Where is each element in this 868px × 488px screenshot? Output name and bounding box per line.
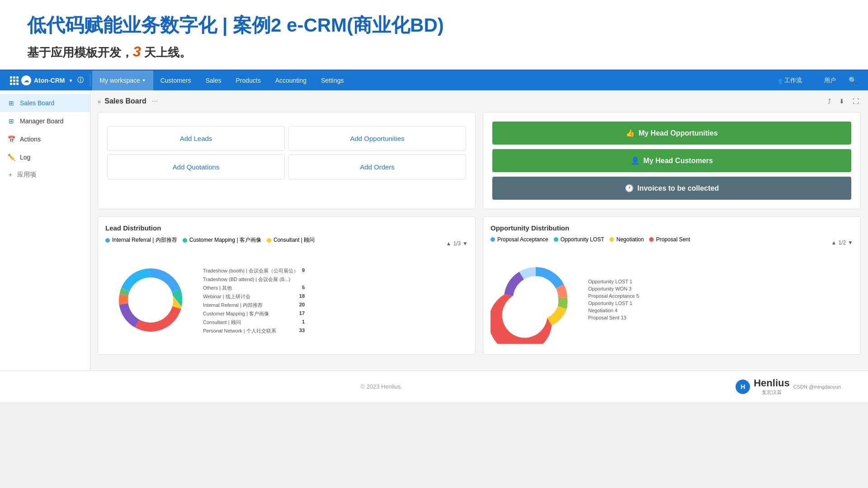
sub-title: 基于应用模板开发，3 天上线。 — [27, 43, 841, 61]
opp-legend: Proposal Acceptance Opportunity LOST Neg… — [491, 236, 690, 243]
left-panel: Add Leads Add Opportunities Add Quotatio… — [98, 112, 476, 209]
navbar-brand[interactable]: ☁ Aton-CRM ▼ ⓘ — [5, 70, 88, 90]
opp-label-proposal-sent: Proposal Sent 13 — [588, 315, 639, 320]
svg-point-0 — [132, 282, 169, 318]
opp-label-proposal-acceptance: Proposal Acceptance 5 — [588, 293, 639, 299]
sidebar-item-actions[interactable]: 📅 Actions — [0, 130, 90, 148]
clock-icon: 🕐 — [625, 184, 634, 192]
lead-label-tradeshow-bd: Tradeshow (BD attend) | 会议会展 (B...) — [203, 276, 305, 283]
nav-item-products[interactable]: Products — [228, 70, 268, 90]
add-opportunities-button[interactable]: Add Opportunities — [288, 126, 466, 151]
sidebar-item-label-actions: Actions — [20, 136, 41, 143]
lead-label-customer-mapping: Customer Mapping | 客户画像 17 — [203, 310, 305, 317]
add-leads-button[interactable]: Add Leads — [107, 126, 285, 151]
add-icon: ＋ — [7, 171, 14, 179]
legend-item-proposal-acceptance[interactable]: Proposal Acceptance — [491, 236, 548, 243]
my-head-customers-button[interactable]: 👤 My Head Customers — [492, 149, 851, 172]
workspace-dropdown-icon: ▼ — [142, 78, 146, 83]
main-wrapper: ⊞ Sales Board ⊞ Manager Board 📅 Actions … — [0, 90, 868, 371]
lead-chart-labels: Tradeshow (booth) | 会议会展（公司展位） 9 Tradesh… — [203, 267, 305, 334]
charts-row: Lead Distribution Internal Referral | 内部… — [98, 216, 861, 355]
legend-item-proposal-sent[interactable]: Proposal Sent — [649, 236, 690, 243]
sub-title-highlight: 3 — [133, 43, 141, 60]
lead-label-tradeshow-booth: Tradeshow (booth) | 会议会展（公司展位） 9 — [203, 267, 305, 274]
lead-chart-container: Tradeshow (booth) | 会议会展（公司展位） 9 Tradesh… — [105, 255, 468, 347]
legend-item-customer[interactable]: Customer Mapping | 客户画像 — [183, 236, 261, 244]
opp-label-negotiation: Negotiation 4 — [588, 308, 639, 313]
top-section: 低代码赋能业务数字化 | 案例2 e-CRM(商业化BD) 基于应用模板开发，3… — [0, 0, 868, 70]
sidebar: ⊞ Sales Board ⊞ Manager Board 📅 Actions … — [0, 90, 90, 371]
navbar: ☁ Aton-CRM ▼ ⓘ My workspace ▼ Customers … — [0, 70, 868, 90]
sidebar-item-label-log: Log — [20, 154, 30, 161]
sidebar-item-log[interactable]: ✏️ Log — [0, 148, 90, 166]
workflow-button[interactable]: 👥 工作流 — [769, 76, 807, 84]
nav-item-sales[interactable]: Sales — [198, 70, 228, 90]
opp-nav-up-icon[interactable]: ▲ — [831, 239, 837, 246]
action-grid: Add Leads Add Opportunities Add Quotatio… — [107, 126, 466, 179]
right-panel: 👍 My Head Opportunities 👤 My Head Custom… — [483, 112, 861, 209]
board-title: Sales Board — [104, 97, 146, 105]
lead-legend: Internal Referral | 内部推荐 Customer Mappin… — [105, 236, 315, 244]
user-icon: 👤 — [815, 77, 822, 84]
footer: © 2023 Henlius. H Henlius 复宏汉霖 CSDN @min… — [0, 371, 868, 402]
opp-chart-container: Opportunity LOST 1 Opportunity WON 3 Pro… — [491, 253, 853, 346]
main-title: 低代码赋能业务数字化 | 案例2 e-CRM(商业化BD) — [27, 13, 841, 38]
download-icon[interactable]: ⬇ — [837, 96, 846, 107]
search-button[interactable]: 🔍 — [843, 70, 863, 90]
grid-menu-icon[interactable] — [10, 76, 19, 85]
actions-icon: 📅 — [7, 135, 15, 143]
sidebar-item-manager-board[interactable]: ⊞ Manager Board — [0, 112, 90, 130]
legend-item-opp-lost[interactable]: Opportunity LOST — [554, 236, 604, 243]
lead-label-internal: Internal Referral | 内部推荐 20 — [203, 302, 305, 309]
sidebar-add-item[interactable]: ＋ 应用项 — [0, 166, 90, 183]
log-icon: ✏️ — [7, 153, 15, 161]
opportunity-distribution-chart: Opportunity Distribution Proposal Accept… — [483, 216, 861, 355]
user-button[interactable]: 👤 用户 — [809, 76, 841, 84]
sales-board-icon: ⊞ — [7, 99, 15, 107]
add-orders-button[interactable]: Add Orders — [288, 155, 466, 179]
opp-label-opp-lost-2: Opportunity LOST 1 — [588, 300, 639, 306]
lead-label-consultant: Consultant | 顾问 1 — [203, 319, 305, 326]
svg-point-1 — [518, 281, 554, 317]
info-icon[interactable]: ⓘ — [77, 76, 84, 84]
fullscreen-icon[interactable]: ⛶ — [851, 96, 861, 107]
cloud-icon: ☁ — [21, 75, 31, 85]
lead-donut-chart — [105, 255, 196, 347]
sidebar-item-label-sales-board: Sales Board — [20, 99, 54, 107]
footer-logo: H Henlius 复宏汉霖 CSDN @mingdaoyun — [736, 377, 841, 396]
lead-distribution-chart: Lead Distribution Internal Referral | 内部… — [98, 216, 476, 355]
footer-sub: 复宏汉霖 — [754, 389, 789, 396]
board-columns: Add Leads Add Opportunities Add Quotatio… — [98, 112, 861, 209]
legend-item-internal[interactable]: Internal Referral | 内部推荐 — [105, 236, 177, 244]
sidebar-item-sales-board[interactable]: ⊞ Sales Board — [0, 94, 90, 112]
nav-item-settings[interactable]: Settings — [314, 70, 351, 90]
footer-brand-name: Henlius — [754, 377, 789, 389]
invoices-to-be-collected-button[interactable]: 🕐 Invoices to be collected — [492, 177, 851, 200]
my-head-opportunities-button[interactable]: 👍 My Head Opportunities — [492, 122, 851, 145]
footer-csdn: CSDN @mingdaoyun — [793, 384, 841, 389]
opportunity-distribution-title: Opportunity Distribution — [491, 224, 853, 232]
nav-up-icon[interactable]: ▲ — [446, 240, 452, 247]
nav-item-customers[interactable]: Customers — [153, 70, 198, 90]
share-icon[interactable]: ⤴ — [826, 96, 833, 107]
board-header: « Sales Board ··· ⤴ ⬇ ⛶ — [98, 96, 861, 107]
brand-name: Aton-CRM — [34, 77, 65, 84]
opp-nav-down-icon[interactable]: ▼ — [848, 239, 853, 246]
nav-item-accounting[interactable]: Accounting — [268, 70, 314, 90]
navbar-right: 👥 工作流 👤 用户 🔍 — [769, 70, 863, 90]
workflow-icon: 👥 — [775, 77, 782, 84]
legend-item-negotiation[interactable]: Negotiation — [609, 236, 644, 243]
add-quotations-button[interactable]: Add Quotations — [107, 155, 285, 179]
opp-label-opp-won: Opportunity WON 3 — [588, 286, 639, 291]
opp-label-opp-lost-1: Opportunity LOST 1 — [588, 279, 639, 284]
brand-dropdown-icon[interactable]: ▼ — [68, 78, 73, 83]
lead-label-webinar: Webinar | 线上研讨会 18 — [203, 293, 305, 300]
nav-down-icon[interactable]: ▼ — [462, 240, 468, 247]
legend-item-consultant[interactable]: Consultant | 顾问 — [267, 236, 315, 244]
board-menu-dots[interactable]: ··· — [152, 97, 158, 105]
lead-legend-nav: ▲ 1/3 ▼ — [446, 240, 468, 247]
opp-donut-chart — [491, 253, 581, 346]
back-arrows[interactable]: « — [98, 98, 101, 105]
lead-label-personal: Personal Network | 个人社交联系 33 — [203, 328, 305, 334]
nav-item-workspace[interactable]: My workspace ▼ — [92, 70, 153, 90]
